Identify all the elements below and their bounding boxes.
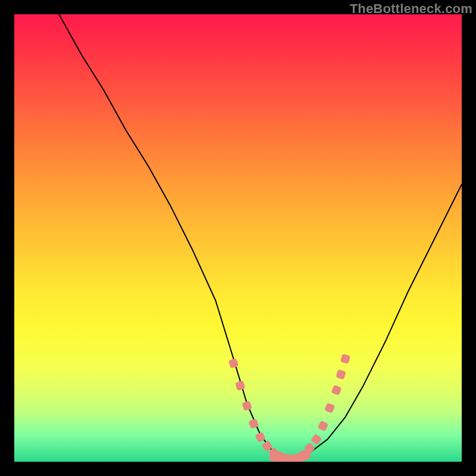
- curve-layer: [14, 14, 462, 462]
- dotted-right-segment-marker: [331, 385, 342, 396]
- dotted-left-segment-marker: [242, 400, 252, 411]
- solid-curves: [59, 14, 462, 459]
- dotted-right-segment-marker: [336, 369, 346, 380]
- dotted-right-segment-marker: [340, 353, 350, 364]
- dotted-left-segment-marker: [235, 380, 245, 390]
- plot-area: [14, 14, 462, 462]
- right-curve: [292, 184, 462, 459]
- dotted-curves: [228, 353, 350, 462]
- dotted-right-segment-marker: [311, 434, 322, 446]
- chart-frame: TheBottleneck.com: [0, 0, 476, 476]
- watermark-text: TheBottleneck.com: [350, 1, 472, 17]
- dotted-left-segment-marker: [228, 358, 239, 368]
- dotted-right-segment-marker: [324, 403, 335, 414]
- left-curve: [59, 14, 292, 459]
- dotted-right-segment-marker: [317, 420, 328, 431]
